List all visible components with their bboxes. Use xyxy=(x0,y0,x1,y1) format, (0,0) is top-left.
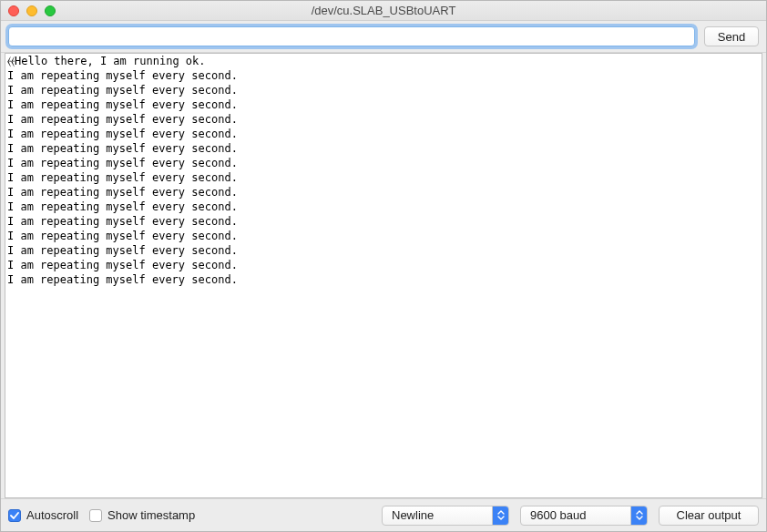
close-icon[interactable] xyxy=(8,5,19,16)
zoom-icon[interactable] xyxy=(45,5,56,16)
command-input[interactable] xyxy=(8,26,695,46)
baud-rate-value: 9600 baud xyxy=(530,508,621,522)
updown-icon xyxy=(630,506,647,525)
footer-bar: Autoscroll Show timestamp Newline 9600 b… xyxy=(1,498,766,531)
window-controls xyxy=(1,5,56,16)
checkbox-icon xyxy=(8,509,21,522)
line-ending-value: Newline xyxy=(392,508,483,522)
clear-output-button[interactable]: Clear output xyxy=(659,506,759,526)
send-button[interactable]: Send xyxy=(704,26,759,46)
autoscroll-label: Autoscroll xyxy=(26,508,78,522)
serial-output[interactable]: ⦑⦑Hello there, I am running ok. I am rep… xyxy=(5,53,762,498)
window-title: /dev/cu.SLAB_USBtoUART xyxy=(1,4,766,17)
checkbox-icon xyxy=(89,509,102,522)
timestamp-checkbox[interactable]: Show timestamp xyxy=(89,508,195,522)
baud-rate-select[interactable]: 9600 baud xyxy=(520,506,648,526)
titlebar: /dev/cu.SLAB_USBtoUART xyxy=(1,1,766,21)
autoscroll-checkbox[interactable]: Autoscroll xyxy=(8,508,78,522)
minimize-icon[interactable] xyxy=(26,5,37,16)
updown-icon xyxy=(492,506,508,525)
line-ending-select[interactable]: Newline xyxy=(382,506,509,526)
command-row: Send xyxy=(1,21,766,53)
serial-monitor-window: /dev/cu.SLAB_USBtoUART Send ⦑⦑Hello ther… xyxy=(0,0,767,532)
timestamp-label: Show timestamp xyxy=(107,508,195,522)
